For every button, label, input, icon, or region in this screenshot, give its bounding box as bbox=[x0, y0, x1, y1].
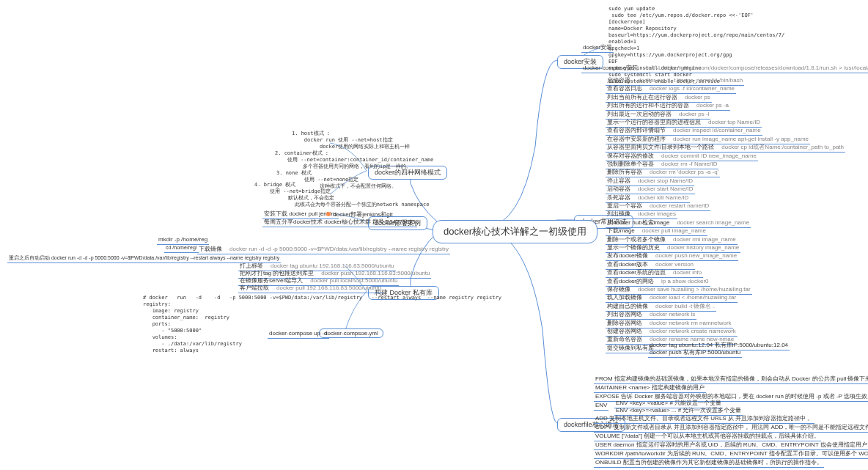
dockerfile-5[interactable]: COPY 复制新文件或者目录从 并且添加到容器指定路径中 。用法同 ADD，唯一… bbox=[594, 424, 868, 433]
net-mode-4: 4. bridge 模式 使用 --net=bridge指定 默认模式，不会指定… bbox=[254, 182, 429, 208]
net-mode-1: 1. host模式 : docker run 使用 --net=host指定 d… bbox=[292, 131, 410, 150]
grammar-12[interactable]: 停止容器docker stop Name/ID bbox=[606, 177, 694, 186]
leaf-compose-install[interactable]: docker-compose安装curl -L https://github.c… bbox=[581, 65, 868, 73]
grammar-25[interactable]: 保存镜像docker save huzailing > /home/huzail… bbox=[606, 286, 752, 295]
grammar-17[interactable]: 从docker hub检索imagedocker search image_na… bbox=[606, 219, 751, 228]
grammar-2[interactable]: 列出当前所有正在运行容器docker ps bbox=[606, 94, 712, 103]
compose-code: # docker run -d -d -p 5000:5000 -v=$PWD/… bbox=[143, 295, 501, 354]
grammar-6[interactable]: 查看容器内部详情细节docker inspect id/container_na… bbox=[606, 127, 762, 136]
grammar-14[interactable]: 杀死容器docker kill Name/ID bbox=[606, 194, 690, 203]
root-node[interactable]: docker核心技术详解之一初级使用 bbox=[433, 220, 597, 243]
private-cd[interactable]: cd /home/reg/ bbox=[164, 244, 199, 253]
grammar-11[interactable]: 删除所有容器docker rm 'docker ps -a -q' bbox=[606, 169, 720, 177]
grammar-13[interactable]: 启动容器docker start Name/ID bbox=[606, 186, 695, 194]
grammar-29[interactable]: 删除容器网络docker network rm namnetwork bbox=[606, 320, 733, 328]
grammar-28[interactable]: 列出容器网络docker network ls bbox=[606, 311, 696, 320]
dockerfile-0[interactable]: FROM 指定构建镜像的基础源镜像，如果本地没有指定的镜像，则会自动从 Dock… bbox=[594, 375, 868, 384]
grammar-30[interactable]: 创建容器网络docker network create namework bbox=[606, 328, 738, 337]
grammar-0[interactable]: 启动容器docker run -i -t image_name/id /bin/… bbox=[606, 77, 744, 86]
private-3[interactable]: 客户端拉取docker pull 192.168.116.83:5000/ubu… bbox=[238, 284, 383, 293]
grammar-24[interactable]: 查看docker的网络ip a show docker0 bbox=[606, 278, 710, 287]
dockerfile-3[interactable]: ENV bbox=[594, 402, 608, 411]
dockerfile-7[interactable]: USER daemon 指定运行容器时的用户名或 UID，后续的 RUN、CMD… bbox=[594, 441, 868, 450]
grammar-1[interactable]: 查看容器日志docker logs -f id/container_name bbox=[606, 85, 736, 94]
grammar-10[interactable]: 强制删除单个容器docker rm -f Name/ID bbox=[606, 161, 718, 169]
grammar-8[interactable]: 从容器里面拷贝文件/目录到本地一个路径docker cp id或者Name:/c… bbox=[606, 144, 845, 153]
dockerfile-1[interactable]: MAITAINER <name> 指定构建镜像的用户 bbox=[594, 384, 706, 393]
dockerfile-9[interactable]: ONBUILD 配置当所创建的镜像作为其它新创建镜像的基础镜像时，所执行的操作指… bbox=[594, 459, 824, 468]
grammar-7[interactable]: 在容器中安装新的程序docker run image_name apt-get … bbox=[606, 136, 810, 144]
grammar-16[interactable]: 列出镜像docker images bbox=[606, 210, 677, 219]
dockerfile-6[interactable]: VOLUME ["/data"] 创建一个可以从本地主机或其他容器挂载的挂载点，… bbox=[594, 433, 821, 441]
grammar-27[interactable]: 构建自己的镜像docker build -t 镜像名 . bbox=[606, 303, 716, 312]
grammar-15[interactable]: 重启一个容器docker restart name/ID bbox=[606, 202, 710, 211]
svg-point-0 bbox=[326, 212, 331, 216]
grammar-4[interactable]: 列出最近一次启动的容器docker ps -l bbox=[606, 111, 710, 120]
grammar-5[interactable]: 显示一个运行的容器里面的进程信息docker top Name/ID bbox=[606, 119, 762, 128]
grammar-22[interactable]: 查看docker版本docker version bbox=[606, 261, 695, 270]
root-label: docker核心技术详解之一初级使用 bbox=[444, 226, 586, 237]
grammar-26[interactable]: 载入加载镜像docker load < /home/huzailing.tar bbox=[606, 294, 738, 303]
grammar-3[interactable]: 列出所有的运行和不运行的容器docker ps -a bbox=[606, 102, 730, 111]
grammar-9[interactable]: 保存对容器的修改docker commit ID new_image_name bbox=[606, 153, 758, 161]
grammar-23[interactable]: 查看docker系统的信息docker info bbox=[606, 269, 703, 278]
dockerfile-8[interactable]: WORKDIR /path/to/workdir 为后续的 RUN、CMD、EN… bbox=[594, 450, 868, 459]
grammar-18[interactable]: 下载imagedocker pull image_name bbox=[606, 227, 707, 236]
deploy-2[interactable]: 每周五分享docker技术 docker核心技术群 群号:534278875 bbox=[262, 219, 417, 227]
net-mode-2: 2. container模式 : 使用 --net=container:cont… bbox=[275, 150, 433, 170]
dockerfile-4[interactable]: ADD 复制本地主机文件、目录或者远程文件 URLS 从 并且添加到容器指定路径… bbox=[594, 415, 814, 424]
private-download[interactable]: 下载镜像docker run -d -d -p 5000:5000 -v=$PW… bbox=[197, 246, 450, 254]
grammar-20[interactable]: 显示一个镜像的历史docker history image_name bbox=[606, 244, 740, 253]
grammar-19[interactable]: 删除一个或者多个镜像docker rmi image_name bbox=[606, 236, 738, 245]
grammar-21[interactable]: 发布docker镜像docker push new_image_name bbox=[606, 252, 738, 261]
